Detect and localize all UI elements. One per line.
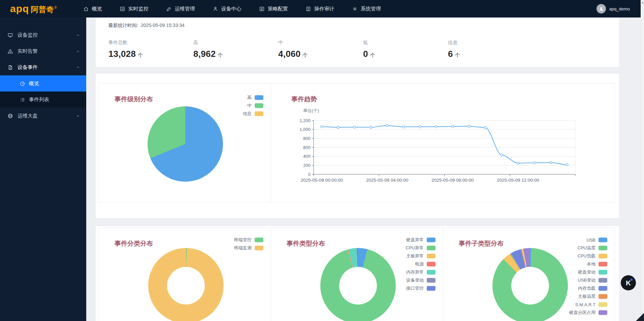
legend-item[interactable]: 主板异常 (406, 252, 436, 260)
event-trend-card: 事件趋势 单位(个) 02004006008001,0001,2002025-0… (271, 83, 615, 202)
svg-text:2025-05-09 04:00:00: 2025-05-09 04:00:00 (366, 178, 408, 183)
event-type-distribution-card: 事件类型分布 硬盘异常CPU异常主板异常电源内存异常设备变动接口管控 (271, 227, 443, 321)
metric-value: 13,028 (108, 49, 136, 59)
legend-label: 内存负载 (578, 285, 595, 291)
legend-item[interactable]: 硬盘变动 (569, 268, 607, 276)
help-widget-label: K (626, 279, 631, 287)
svg-text:400: 400 (303, 154, 311, 159)
help-widget-button[interactable]: K (621, 275, 636, 290)
last-updated-label: 最新统计时间: (108, 23, 138, 28)
metric-info: 信息 6个 (448, 40, 533, 59)
sidebar-item-label: 设备监控 (18, 32, 38, 38)
legend-item[interactable]: CPU温度 (569, 244, 607, 252)
legend-item[interactable]: 硬盘异常 (406, 236, 436, 244)
legend-item[interactable]: 内存负载 (569, 284, 607, 292)
legend-item[interactable]: 内存异常 (406, 268, 436, 276)
svg-text:2025-05-09 00:00:00: 2025-05-09 00:00:00 (301, 178, 343, 183)
user-menu[interactable]: apq_demo (597, 4, 630, 13)
legend-label: 设备变动 (406, 277, 424, 283)
chart-legend: 硬盘异常CPU异常主板异常电源内存异常设备变动接口管控 (406, 236, 436, 292)
chevron-down-icon (76, 49, 80, 54)
sidebar: 设备监控 实时告警 设备事件 概览 事件列表 运维大盘 (0, 17, 86, 321)
metric-unit: 个 (370, 52, 375, 59)
legend-item[interactable]: 硬盘分区占用 (569, 309, 607, 317)
chart-legend: 高中信息 (243, 94, 263, 118)
svg-text:2025-05-09 12:00:00: 2025-05-09 12:00:00 (497, 178, 539, 183)
nav-item-system-management[interactable]: 系统管理 (343, 0, 390, 17)
sidebar-item-ops-dashboard[interactable]: 运维大盘 (0, 108, 86, 124)
nav-item-ops-management[interactable]: 运维管理 (157, 0, 204, 17)
legend-item[interactable]: CPU负载 (569, 252, 607, 260)
chevron-down-icon (76, 114, 80, 118)
help-widget-dot (631, 279, 633, 281)
legend-item[interactable]: 信息 (243, 110, 263, 118)
legend-swatch (427, 238, 436, 242)
sidebar-item-label: 实时告警 (18, 48, 38, 55)
legend-item[interactable]: 主板温度 (569, 292, 607, 300)
metric-unit: 个 (303, 52, 308, 59)
stats-summary-card: 最新统计时间:2025-05-09 15:33:34 事件总数 13,028个 … (96, 17, 619, 67)
sidebar-subitem-label: 概览 (29, 80, 39, 87)
page-scrollbar[interactable] (641, 0, 644, 321)
sidebar-item-device-monitor[interactable]: 设备监控 (0, 27, 86, 43)
nav-item-overview[interactable]: 概览 (74, 0, 111, 17)
event-level-distribution-card: 事件级别分布 高中信息 (99, 83, 271, 202)
last-updated: 最新统计时间:2025-05-09 15:33:34 (108, 23, 185, 29)
legend-label: CPU异常 (406, 245, 424, 251)
legend-swatch (255, 238, 263, 242)
legend-label: 硬盘变动 (578, 269, 595, 275)
chart-title: 事件类型分布 (287, 239, 325, 248)
legend-swatch (255, 95, 263, 100)
legend-swatch (599, 302, 607, 307)
legend-label: 硬盘异常 (406, 237, 424, 243)
legend-item[interactable]: S.M.A.R.T (569, 300, 607, 309)
user-avatar (597, 4, 606, 13)
legend-swatch (427, 270, 436, 275)
legend-swatch (599, 270, 607, 275)
sidebar-item-device-events[interactable]: 设备事件 (0, 59, 86, 75)
sidebar-subitem-event-list[interactable]: 事件列表 (0, 92, 86, 108)
legend-item[interactable]: 本地 (569, 260, 607, 268)
nav-item-policy-config[interactable]: 策略配置 (250, 0, 297, 17)
legend-item[interactable]: 设备变动 (406, 276, 436, 284)
nav-item-label: 概览 (92, 6, 102, 12)
nav-item-device-center[interactable]: 设备中心 (204, 0, 250, 17)
legend-item[interactable]: USB (569, 236, 607, 244)
nav-item-label: 运维管理 (175, 6, 195, 12)
legend-item[interactable]: 终端监测 (234, 244, 263, 252)
sidebar-item-label: 设备事件 (18, 64, 38, 71)
nav-item-realtime-monitor[interactable]: 实时监控 (111, 0, 157, 17)
legend-item[interactable]: 终端管控 (234, 236, 263, 244)
logo-text-cn: 阿普奇 (31, 4, 54, 15)
brand-logo[interactable]: apq阿普奇® (10, 3, 57, 15)
event-subtype-donut-chart (492, 248, 568, 321)
nav-item-label: 设备中心 (221, 6, 242, 12)
nav-item-audit[interactable]: 操作审计 (297, 0, 343, 17)
legend-label: 硬盘分区占用 (569, 310, 595, 316)
legend-label: 终端管控 (234, 237, 252, 243)
monitor-chart-icon (120, 6, 125, 12)
metric-unit: 个 (455, 52, 460, 59)
legend-label: 信息 (243, 111, 252, 117)
legend-label: 电源 (415, 261, 424, 267)
gear-icon (352, 6, 358, 12)
sidebar-item-realtime-alert[interactable]: 实时告警 (0, 43, 86, 59)
scrollbar-up-arrow[interactable] (642, 2, 644, 3)
legend-item[interactable]: 接口管控 (406, 284, 436, 292)
legend-label: 本地 (587, 261, 595, 267)
legend-item[interactable]: USB变动 (569, 276, 607, 284)
legend-swatch (255, 111, 263, 116)
event-type-donut-chart (320, 248, 396, 321)
legend-swatch (599, 262, 607, 266)
legend-item[interactable]: CPU异常 (406, 244, 436, 252)
legend-swatch (427, 286, 436, 291)
legend-label: USB变动 (578, 277, 595, 283)
legend-item[interactable]: 电源 (406, 260, 436, 268)
legend-item[interactable]: 中 (243, 102, 263, 110)
sidebar-subitem-overview[interactable]: 概览 (0, 75, 86, 92)
chevron-down-icon (76, 33, 80, 37)
person-icon (213, 6, 218, 12)
chart-legend: 终端管控终端监测 (234, 236, 263, 252)
legend-label: S.M.A.R.T (575, 302, 595, 307)
legend-item[interactable]: 高 (243, 94, 263, 102)
